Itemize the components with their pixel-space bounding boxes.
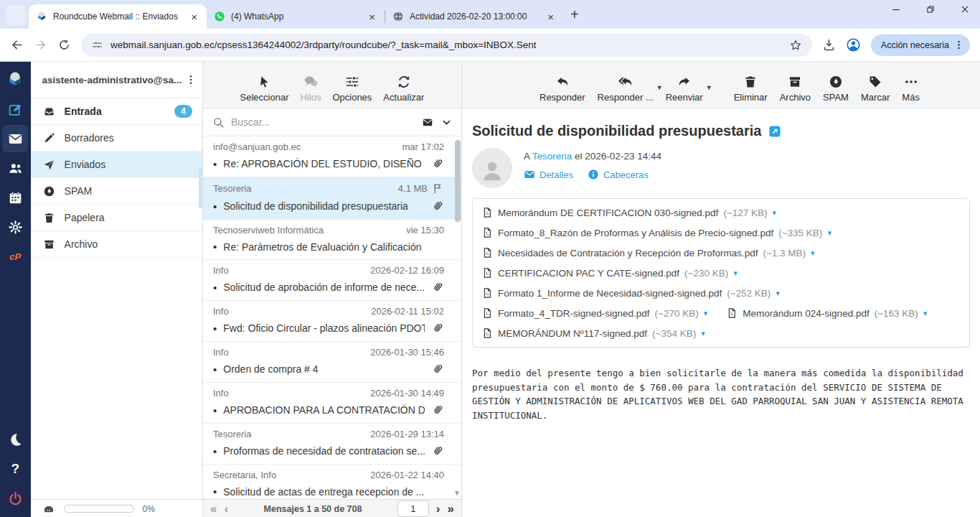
action-needed-button[interactable]: Acción necesaria (871, 34, 970, 56)
message-row[interactable]: Info2026-02-12 16:09•Solicitud de aproba… (203, 260, 461, 301)
minimize-icon[interactable] (891, 4, 901, 14)
sidebar-item-help[interactable]: ? (2, 455, 28, 483)
download-icon[interactable] (822, 38, 836, 52)
scope-mail-icon[interactable] (420, 117, 435, 128)
list-scrollbar[interactable] (455, 140, 461, 222)
attachment-menu-icon[interactable]: ▾ (923, 309, 928, 318)
search-bar[interactable]: Buscar... (203, 108, 461, 136)
eliminar-button[interactable]: Eliminar (734, 75, 768, 103)
más-button[interactable]: Más (902, 75, 920, 103)
back-icon[interactable] (10, 38, 24, 52)
tab-search-button[interactable] (6, 5, 26, 25)
sidebar-item-compose[interactable] (2, 96, 28, 123)
message-row[interactable]: Tesoreria4.1 MB•Solicitud de disponibili… (203, 177, 461, 220)
message-row[interactable]: Info2026-01-30 15:46•Orden de compra # 4 (203, 342, 461, 383)
browser-tab[interactable]: Actividad 2026-02-20 13:00:00× (385, 4, 563, 29)
folder-item-papelera[interactable]: Papelera (31, 205, 202, 231)
search-options-icon[interactable] (441, 117, 452, 128)
new-tab-button[interactable]: + (570, 6, 579, 23)
browser-tab[interactable]: (4) WhatsApp× (207, 4, 385, 29)
attachment-menu-icon[interactable]: ▾ (827, 228, 831, 238)
restore-icon[interactable] (925, 4, 936, 14)
recipient-link[interactable]: Tesoreria (532, 151, 573, 162)
attachment-item[interactable]: Formato 1_Informe de Necesidad-signed-si… (481, 283, 780, 303)
message-row[interactable]: info@sanjuan.gob.ecmar 17:02•Re: APROBAC… (203, 136, 461, 177)
recipient-line: A Tesoreria el 2026-02-23 14:44 (524, 151, 661, 162)
attachment-menu-icon[interactable]: ▾ (773, 208, 777, 218)
attachment-item[interactable]: Memorándum DE CERTIFICACION 030-signed.p… (481, 202, 776, 223)
browser-tab[interactable]: Roundcube Webmail :: Enviados× (29, 4, 207, 29)
folder-item-entrada[interactable]: Entrada4 (31, 98, 202, 125)
close-icon[interactable] (960, 4, 970, 14)
sidebar-item-dark-mode[interactable] (2, 426, 28, 453)
seleccionar-button[interactable]: Seleccionar (240, 75, 289, 103)
open-in-new-window-icon[interactable] (768, 125, 781, 138)
spam-button[interactable]: SPAM (823, 75, 849, 103)
profile-icon[interactable] (846, 37, 861, 52)
storage-icon (42, 503, 55, 516)
attachment-menu-icon[interactable]: ▾ (704, 309, 708, 318)
archivo-button[interactable]: Archivo (780, 75, 811, 103)
attachment-item[interactable]: CERTIFICACION PAC Y CATE-signed.pdf(~230… (481, 263, 738, 283)
message-row[interactable]: Tesoreria2026-01-29 13:14•Proformas de n… (203, 424, 461, 465)
message-row[interactable]: Info2026-01-30 14:49•APROBACION PARA LA … (203, 383, 461, 424)
headers-toggle[interactable]: Cabeceras (588, 169, 649, 180)
folder-item-archivo[interactable]: Archivo (31, 231, 202, 258)
folder-item-enviados[interactable]: Enviados (31, 152, 202, 178)
url-bar[interactable]: webmail.sanjuan.gob.ec/cpsess1364244002/… (81, 34, 812, 57)
forward-icon[interactable] (34, 38, 47, 52)
account-header[interactable]: asistente-administrativo@sa... (31, 62, 202, 98)
message-row[interactable]: Info2026-02-11 15:02•Fwd: Oficio Circula… (203, 301, 461, 342)
tab-close-icon[interactable]: × (367, 11, 377, 22)
sidebar-item-logout[interactable] (2, 485, 28, 512)
attachment-menu-icon[interactable]: ▾ (811, 248, 815, 258)
message-row[interactable]: Secretaria, Info2026-01-22 14:40•Solicit… (203, 465, 461, 499)
reload-icon[interactable] (57, 38, 71, 52)
sidebar-item-calendar[interactable] (2, 184, 28, 211)
actualizar-button[interactable]: Actualizar (383, 75, 424, 103)
attachment-menu-icon[interactable]: ▾ (733, 269, 738, 278)
attachment-item[interactable]: Memorándum 024-signed.pdf(~163 KB)▾ (726, 303, 927, 323)
details-toggle[interactable]: Detalles (524, 169, 573, 180)
reenviar-button[interactable]: Reenviar▼ (666, 75, 703, 103)
search-input[interactable]: Buscar... (231, 116, 414, 128)
last-page-icon[interactable]: » (448, 503, 454, 515)
opciones-button[interactable]: Opciones (332, 75, 372, 103)
dropdown-caret-icon[interactable]: ▼ (706, 84, 712, 91)
folder-item-borradores[interactable]: Borradores (31, 125, 202, 152)
message-subject: Solicitud de disponibilidad presupuestar… (223, 200, 425, 212)
message-sender: Tesoreria (213, 429, 366, 439)
attachment-item[interactable]: MEMORÁNDUM Nº117-signed.pdf(~354 KB)▾ (481, 323, 705, 343)
attachment-item[interactable]: Formato_8_Razón de Proformas y Análisis … (481, 223, 831, 243)
scroll-down-icon[interactable]: ▼ (453, 489, 461, 497)
sidebar-item-mail[interactable] (2, 125, 28, 152)
sidebar-item-cpanel[interactable]: cP (2, 243, 28, 270)
folder-scrollbar[interactable] (199, 168, 202, 208)
archivebox-icon (43, 238, 55, 251)
tab-close-icon[interactable]: × (189, 11, 199, 22)
responder-button[interactable]: Responder ...▼ (598, 75, 654, 103)
page-input[interactable]: 1 (397, 500, 429, 517)
sidebar-item-settings[interactable] (2, 213, 28, 241)
kebab-menu-icon[interactable] (953, 39, 964, 50)
folder-item-spam[interactable]: SPAM (31, 178, 202, 205)
first-page-icon[interactable]: « (210, 503, 217, 515)
site-settings-icon[interactable] (91, 39, 103, 51)
prev-page-icon[interactable]: ‹ (224, 503, 228, 515)
attachment-item[interactable]: Necesidades de Contratación y Recepción … (481, 243, 815, 263)
message-row[interactable]: Tecnoserviweb Informáticavie 15:30•Re: P… (203, 220, 461, 260)
sidebar-item-contacts[interactable] (2, 154, 28, 182)
attachment-menu-icon[interactable]: ▾ (701, 329, 705, 338)
responder-button[interactable]: Responder (540, 75, 585, 103)
hilos-button[interactable]: Hilos (301, 75, 321, 103)
tab-close-icon[interactable]: × (545, 11, 556, 22)
marcar-button[interactable]: Marcar (861, 75, 890, 103)
dropdown-caret-icon[interactable]: ▼ (656, 84, 663, 91)
next-page-icon[interactable]: › (436, 503, 440, 515)
folder-actions-icon[interactable] (185, 74, 197, 85)
attachment-item[interactable]: Formato_4_TDR-signed-signed.pdf(~270 KB)… (481, 303, 707, 323)
bookmark-star-icon[interactable] (789, 39, 802, 52)
sidebar-item-roundcube-logo[interactable] (2, 66, 28, 93)
folder-label: SPAM (65, 185, 93, 197)
attachment-menu-icon[interactable]: ▾ (776, 289, 780, 298)
